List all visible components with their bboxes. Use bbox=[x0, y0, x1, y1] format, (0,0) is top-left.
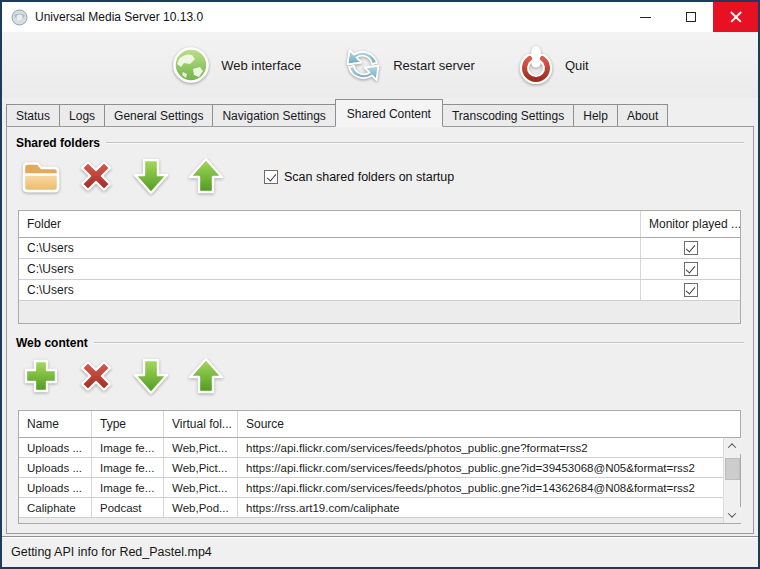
scan-shared-folders-checkbox[interactable]: Scan shared folders on startup bbox=[264, 170, 454, 184]
folder-row[interactable]: C:\Users bbox=[19, 238, 740, 259]
monitor-cell bbox=[640, 280, 740, 300]
app-logo-icon bbox=[11, 9, 28, 26]
folder-path: C:\Users bbox=[19, 241, 640, 255]
column-header-name[interactable]: Name bbox=[19, 417, 91, 431]
add-web-content-button[interactable] bbox=[18, 354, 64, 400]
tab-navigation-settings[interactable]: Navigation Settings bbox=[212, 104, 335, 126]
add-icon bbox=[19, 354, 63, 398]
maximize-icon bbox=[686, 12, 696, 22]
shared-folders-table-header: Folder Monitor played ... bbox=[19, 211, 740, 238]
move-up-icon bbox=[184, 354, 228, 398]
group-divider bbox=[106, 142, 744, 144]
quit-button[interactable]: Quit bbox=[517, 46, 589, 84]
tab-bar: Status Logs General Settings Navigation … bbox=[2, 98, 758, 126]
tab-help[interactable]: Help bbox=[573, 104, 618, 126]
globe-icon bbox=[171, 45, 211, 85]
web-content-toolbar bbox=[18, 354, 744, 400]
minimize-button[interactable] bbox=[623, 2, 668, 32]
tab-shared-content[interactable]: Shared Content bbox=[335, 99, 443, 127]
web-content-row[interactable]: Uploads ... Image fe... Web,Pict... http… bbox=[19, 458, 740, 478]
cell-type: Image fe... bbox=[91, 458, 163, 477]
tab-logs[interactable]: Logs bbox=[59, 104, 105, 126]
restart-server-label: Restart server bbox=[393, 58, 475, 73]
scrollbar-down-button[interactable] bbox=[724, 507, 741, 523]
shared-folders-group-title: Shared folders bbox=[16, 136, 744, 150]
cell-virtual-folder: Web,Pict... bbox=[163, 458, 237, 477]
tab-about[interactable]: About bbox=[617, 104, 668, 126]
cell-name: Caliphate bbox=[19, 502, 91, 514]
web-content-table: Name Type Virtual fol... Source Uploads … bbox=[18, 410, 741, 524]
move-up-button[interactable] bbox=[183, 154, 229, 200]
cell-type: Podcast bbox=[91, 498, 163, 517]
cell-source: https://rss.art19.com/caliphate bbox=[237, 498, 740, 517]
shared-content-panel: Shared folders bbox=[6, 126, 754, 534]
cell-name: Uploads ... bbox=[19, 482, 91, 494]
move-down-icon bbox=[129, 154, 173, 198]
web-content-row[interactable]: Caliphate Podcast Web,Pod... https://rss… bbox=[19, 498, 740, 518]
cell-virtual-folder: Web,Pict... bbox=[163, 478, 237, 497]
folder-path: C:\Users bbox=[19, 283, 640, 297]
checkbox-icon bbox=[264, 170, 278, 184]
web-content-row[interactable]: Uploads ... Image fe... Web,Pict... http… bbox=[19, 438, 740, 458]
web-interface-button[interactable]: Web interface bbox=[171, 45, 301, 85]
remove-icon bbox=[74, 154, 118, 198]
cell-virtual-folder: Web,Pod... bbox=[163, 498, 237, 517]
monitor-checkbox[interactable] bbox=[684, 262, 698, 276]
vertical-scrollbar[interactable] bbox=[723, 438, 740, 523]
move-down-button[interactable] bbox=[128, 354, 174, 400]
minimize-icon bbox=[640, 17, 651, 18]
column-header-type[interactable]: Type bbox=[91, 411, 163, 437]
close-icon bbox=[730, 11, 742, 23]
quit-label: Quit bbox=[565, 58, 589, 73]
maximize-button[interactable] bbox=[668, 2, 713, 32]
add-folder-button[interactable] bbox=[18, 154, 64, 200]
tab-status[interactable]: Status bbox=[6, 104, 60, 126]
scrollbar-up-button[interactable] bbox=[724, 438, 741, 454]
monitor-cell bbox=[640, 259, 740, 279]
column-header-virtual-folder[interactable]: Virtual fol... bbox=[163, 411, 237, 437]
web-content-group-title: Web content bbox=[16, 336, 744, 350]
add-folder-icon bbox=[19, 154, 63, 198]
remove-web-content-button[interactable] bbox=[73, 354, 119, 400]
column-header-source[interactable]: Source bbox=[237, 411, 740, 437]
folder-path: C:\Users bbox=[19, 262, 640, 276]
cell-virtual-folder: Web,Pict... bbox=[163, 438, 237, 457]
move-down-icon bbox=[129, 354, 173, 398]
app-window: Universal Media Server 10.13.0 Web inter… bbox=[0, 0, 760, 569]
status-bar: Getting API info for Red_Pastel.mp4 bbox=[2, 536, 758, 567]
chevron-up-icon bbox=[728, 443, 736, 451]
window-title: Universal Media Server 10.13.0 bbox=[35, 10, 623, 24]
folder-row[interactable]: C:\Users bbox=[19, 280, 740, 301]
cell-type: Image fe... bbox=[91, 438, 163, 457]
monitor-checkbox[interactable] bbox=[684, 241, 698, 255]
shared-folders-title: Shared folders bbox=[16, 136, 100, 150]
web-content-table-header: Name Type Virtual fol... Source bbox=[19, 411, 740, 438]
monitor-cell bbox=[640, 238, 740, 258]
scan-checkbox-label: Scan shared folders on startup bbox=[284, 170, 454, 184]
folder-row[interactable]: C:\Users bbox=[19, 259, 740, 280]
column-header-monitor[interactable]: Monitor played ... bbox=[640, 211, 740, 237]
cell-name: Uploads ... bbox=[19, 442, 91, 454]
cell-source: https://api.flickr.com/services/feeds/ph… bbox=[237, 458, 740, 477]
main-toolbar: Web interface Restart server bbox=[2, 32, 758, 98]
chevron-down-icon bbox=[728, 509, 736, 517]
scrollbar-track[interactable] bbox=[724, 454, 741, 507]
remove-folder-button[interactable] bbox=[73, 154, 119, 200]
table-empty-area bbox=[19, 518, 740, 523]
move-down-button[interactable] bbox=[128, 154, 174, 200]
power-icon bbox=[517, 46, 555, 84]
close-button[interactable] bbox=[713, 2, 758, 32]
cell-source: https://api.flickr.com/services/feeds/ph… bbox=[237, 438, 740, 457]
move-up-button[interactable] bbox=[183, 354, 229, 400]
group-divider bbox=[94, 342, 744, 344]
web-content-row[interactable]: Uploads ... Image fe... Web,Pict... http… bbox=[19, 478, 740, 498]
scrollbar-thumb[interactable] bbox=[725, 458, 740, 480]
title-bar[interactable]: Universal Media Server 10.13.0 bbox=[2, 2, 758, 32]
restart-server-button[interactable]: Restart server bbox=[343, 45, 475, 85]
monitor-checkbox[interactable] bbox=[684, 283, 698, 297]
column-header-folder[interactable]: Folder bbox=[19, 217, 640, 231]
tab-general-settings[interactable]: General Settings bbox=[104, 104, 213, 126]
shared-folders-toolbar: Scan shared folders on startup bbox=[18, 154, 744, 200]
tab-transcoding-settings[interactable]: Transcoding Settings bbox=[442, 104, 574, 126]
status-message: Getting API info for Red_Pastel.mp4 bbox=[11, 545, 212, 559]
